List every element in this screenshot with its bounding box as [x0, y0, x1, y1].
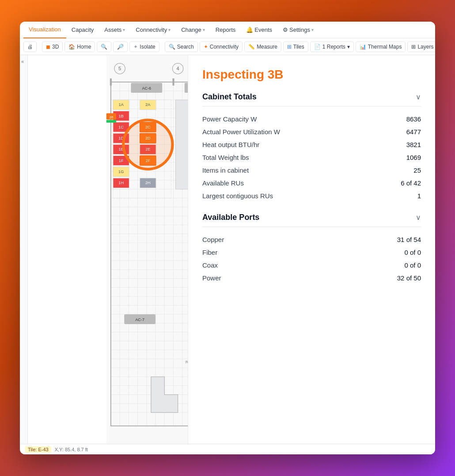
items-in-cabinet-value: 25	[413, 166, 421, 174]
nav-change[interactable]: Change ▾	[176, 22, 210, 38]
print-button[interactable]: 🖨	[23, 42, 37, 52]
power-label: Power	[202, 274, 221, 282]
tiles-button[interactable]: ⊞ Tiles	[283, 42, 308, 52]
reports-button[interactable]: 📄 1 Reports ▾	[310, 42, 354, 52]
coax-value: 0 of 0	[404, 261, 421, 269]
svg-rect-77	[172, 79, 174, 86]
cabinet-totals-header[interactable]: Cabinet Totals ∨	[202, 92, 421, 106]
isolate-button[interactable]: ✦ Isolate	[129, 42, 159, 52]
nav-reports[interactable]: Reports	[210, 22, 241, 38]
connectivity-chevron: ▾	[168, 27, 171, 32]
available-ports-section: Available Ports ∨ Copper 31 of 54 Fiber …	[202, 213, 421, 284]
actual-power-row: Actual Power Utilization W 6477	[202, 125, 421, 138]
connectivity-icon: ✦	[204, 44, 208, 50]
measure-icon: 📏	[248, 44, 255, 50]
measure-button[interactable]: 📏 Measure	[244, 42, 281, 52]
available-rus-row: Available RUs 6 of 42	[202, 177, 421, 189]
nav-visualization[interactable]: Visualization	[23, 22, 66, 38]
largest-contiguous-label: Largest contiguous RUs	[202, 192, 273, 200]
search-icon: 🔍	[169, 44, 175, 50]
actual-power-value: 6477	[406, 128, 421, 136]
cabinet-totals-chevron: ∨	[416, 93, 421, 101]
power-row: Power 32 of 50	[202, 272, 421, 284]
power-capacity-row: Power Capacity W 8636	[202, 113, 421, 125]
app-window: Visualization Capacity Assets ▾ Connecti…	[20, 22, 435, 454]
svg-text:2A: 2A	[145, 102, 151, 107]
coax-label: Coax	[202, 261, 218, 269]
available-ports-title: Available Ports	[202, 213, 259, 222]
zoom-out-icon: 🔎	[117, 44, 124, 50]
power-capacity-label: Power Capacity W	[202, 115, 257, 123]
zoom-out-button[interactable]: 🔎	[113, 42, 128, 52]
nav-events[interactable]: 🔔 Events	[241, 22, 277, 38]
svg-text:2H: 2H	[145, 181, 151, 185]
connectivity-button[interactable]: ✦ Connectivity	[200, 42, 243, 52]
thermal-maps-button[interactable]: 📊 Thermal Maps	[356, 42, 406, 52]
available-ports-header[interactable]: Available Ports ∨	[202, 213, 421, 227]
nav-settings[interactable]: ⚙ Settings ▾	[277, 22, 319, 38]
toolbar: 🖨 ◼ 3D 🏠 Home 🔍 🔎 ✦ Isolate 🔍 Search ✦ C…	[20, 38, 435, 55]
svg-text:1F: 1F	[119, 159, 124, 163]
home-button[interactable]: 🏠 Home	[64, 42, 95, 52]
actual-power-label: Actual Power Utilization W	[202, 128, 280, 136]
fiber-row: Fiber 0 of 0	[202, 246, 421, 259]
items-in-cabinet-label: Items in cabinet	[202, 166, 249, 174]
fiber-value: 0 of 0	[404, 249, 421, 256]
tiles-icon: ⊞	[287, 44, 292, 50]
available-rus-label: Available RUs	[202, 179, 244, 187]
sidebar-toggle[interactable]: «	[20, 55, 28, 444]
coax-row: Coax 0 of 0	[202, 259, 421, 272]
available-ports-chevron: ∨	[416, 213, 421, 222]
copper-label: Copper	[202, 236, 224, 243]
layers-icon: ⊞	[411, 44, 416, 50]
power-value: 32 of 50	[397, 274, 421, 282]
3d-icon: ◼	[46, 44, 50, 50]
fiber-label: Fiber	[202, 249, 217, 256]
largest-contiguous-row: Largest contiguous RUs 1	[202, 189, 421, 202]
home-icon: 🏠	[68, 44, 75, 50]
svg-text:4: 4	[177, 66, 179, 71]
tile-label: Tile: E-43	[25, 446, 51, 453]
nav-capacity[interactable]: Capacity	[66, 22, 99, 38]
svg-text:1H: 1H	[118, 181, 124, 185]
largest-contiguous-value: 1	[417, 192, 421, 200]
main-content: « 5 4 3 2	[20, 55, 435, 444]
svg-text:1C: 1C	[118, 125, 124, 129]
nav-bar: Visualization Capacity Assets ▾ Connecti…	[20, 22, 435, 38]
total-weight-row: Total Weight lbs 1069	[202, 151, 421, 164]
zoom-in-button[interactable]: 🔍	[97, 42, 111, 52]
bell-icon: 🔔	[246, 26, 253, 33]
total-weight-label: Total Weight lbs	[202, 154, 249, 161]
svg-text:AC-6: AC-6	[142, 86, 151, 91]
assets-chevron: ▾	[123, 27, 125, 32]
svg-text:5: 5	[118, 66, 121, 71]
nav-connectivity[interactable]: Connectivity ▾	[130, 22, 176, 38]
inspection-panel: Inspecting 3B Cabinet Totals ∨ Power Cap…	[188, 55, 435, 444]
isolate-icon: ✦	[133, 44, 138, 50]
layers-button[interactable]: ⊞ Layers ▾	[407, 42, 435, 52]
svg-point-155	[123, 120, 172, 169]
svg-text:AC-7: AC-7	[135, 317, 144, 322]
svg-text:1A: 1A	[119, 102, 124, 107]
svg-text:1B: 1B	[119, 114, 124, 118]
svg-text:26: 26	[109, 115, 113, 119]
settings-chevron: ▾	[311, 27, 314, 32]
heat-output-row: Heat output BTU/hr 3821	[202, 138, 421, 151]
thermal-icon: 📊	[360, 44, 366, 50]
reports-chevron: ▾	[347, 44, 350, 50]
copper-row: Copper 31 of 54	[202, 233, 421, 246]
reports-icon: 📄	[314, 44, 321, 50]
gear-nav-icon: ⚙	[283, 26, 288, 33]
available-rus-value: 6 of 42	[401, 179, 421, 187]
items-in-cabinet-row: Items in cabinet 25	[202, 164, 421, 177]
svg-text:1G: 1G	[118, 170, 124, 174]
search-button[interactable]: 🔍 Search	[165, 42, 198, 52]
collapse-icon: «	[21, 59, 24, 64]
cabinet-totals-section: Cabinet Totals ∨ Power Capacity W 8636 A…	[202, 92, 421, 202]
power-capacity-value: 8636	[406, 115, 421, 123]
coordinates: X,Y: 85.4, 8.7 ft	[55, 447, 88, 452]
nav-assets[interactable]: Assets ▾	[99, 22, 130, 38]
3d-button[interactable]: ◼ 3D	[42, 42, 63, 52]
cabinet-totals-title: Cabinet Totals	[202, 92, 257, 102]
copper-value: 31 of 54	[397, 236, 421, 243]
